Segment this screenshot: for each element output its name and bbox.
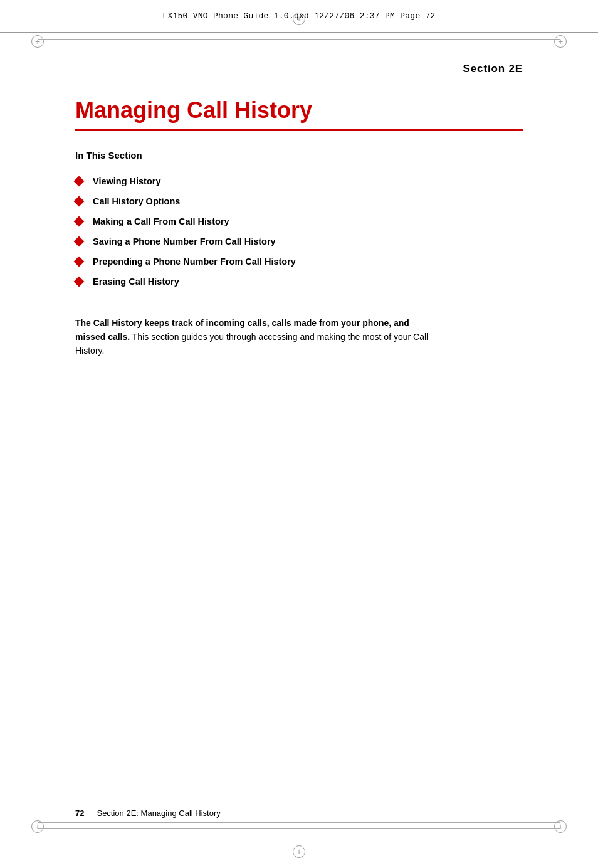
bottom-rule-outer (38, 828, 560, 829)
section-label: Section 2E (75, 63, 523, 75)
bullet-label-4: Saving a Phone Number From Call History (93, 236, 276, 246)
reg-mark-bottom-center (293, 845, 305, 858)
top-rule-inner (38, 39, 560, 40)
in-this-section-heading: In This Section (75, 150, 523, 161)
bullet-list: Viewing History Call History Options Mak… (75, 176, 523, 287)
list-item: Making a Call From Call History (75, 216, 523, 226)
list-item: Call History Options (75, 196, 523, 206)
dotted-line-bottom (75, 297, 523, 297)
bullet-label-3: Making a Call From Call History (93, 216, 229, 226)
diamond-icon-3 (74, 216, 85, 226)
bullet-label-2: Call History Options (93, 196, 180, 206)
main-content: Section 2E Managing Call History In This… (75, 63, 523, 793)
list-item: Saving a Phone Number From Call History (75, 236, 523, 246)
description-paragraph: The Call History keeps track of incoming… (75, 316, 439, 358)
footer-page-number: 72 (75, 808, 84, 818)
page-container: LX150_VNO Phone Guide_1.0.qxd 12/27/06 2… (0, 0, 598, 868)
diamond-icon-2 (74, 196, 85, 206)
bottom-rule-inner (38, 822, 560, 823)
title-underline (75, 129, 523, 131)
top-rule-outer (38, 33, 560, 33)
reg-mark-top-left (31, 35, 44, 48)
page-title: Managing Call History (75, 98, 523, 123)
diamond-icon-4 (74, 236, 85, 246)
bullet-label-6: Erasing Call History (93, 277, 179, 287)
dotted-line-top (75, 166, 523, 166)
list-item: Prepending a Phone Number From Call Hist… (75, 257, 523, 267)
bullet-label-5: Prepending a Phone Number From Call Hist… (93, 257, 296, 267)
bullet-label-1: Viewing History (93, 176, 161, 186)
list-item: Erasing Call History (75, 277, 523, 287)
footer-section-text: Section 2E: Managing Call History (97, 808, 220, 818)
diamond-icon-5 (74, 256, 85, 267)
diamond-icon-1 (74, 176, 85, 186)
page-footer: 72 Section 2E: Managing Call History (75, 808, 523, 818)
reg-mark-top-right (554, 35, 567, 48)
diamond-icon-6 (74, 276, 85, 287)
reg-mark-top-center (293, 13, 305, 25)
list-item: Viewing History (75, 176, 523, 186)
